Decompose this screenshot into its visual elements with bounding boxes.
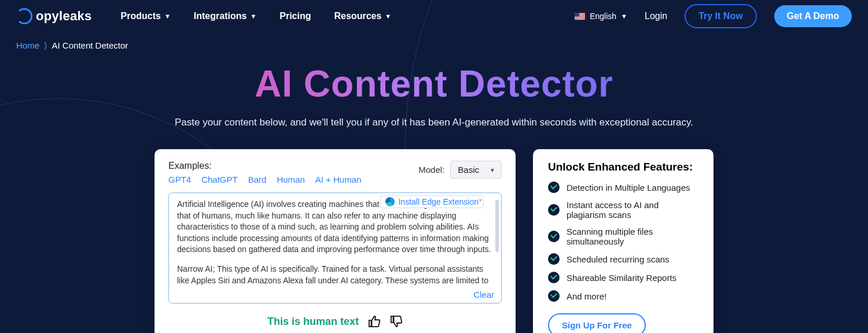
model-row: Model: Basic ▼ bbox=[418, 161, 502, 179]
clear-button[interactable]: Clear bbox=[473, 290, 494, 299]
page-subtitle: Paste your content below, and we'll tell… bbox=[0, 117, 868, 128]
check-icon bbox=[548, 253, 560, 265]
logo[interactable]: opyleaks bbox=[16, 8, 92, 24]
sign-up-button[interactable]: Sign Up For Free bbox=[548, 313, 646, 333]
main-cards: Examples: GPT4 ChatGPT Bard Human AI + H… bbox=[0, 149, 868, 333]
login-link[interactable]: Login bbox=[645, 11, 667, 21]
features-list: Detection in Multiple Languages Instant … bbox=[548, 182, 698, 302]
feature-item: Scheduled recurring scans bbox=[548, 253, 698, 265]
edge-extension-prompt[interactable]: Install Edge Extension bbox=[380, 195, 484, 208]
close-icon[interactable] bbox=[479, 197, 482, 204]
chevron-down-icon: ▼ bbox=[164, 13, 171, 20]
nav-menu: Products ▼ Integrations ▼ Pricing Resour… bbox=[121, 11, 392, 21]
thumbs-up-icon[interactable] bbox=[368, 315, 381, 328]
textarea-content: Artificial Intelligence (AI) involves cr… bbox=[177, 199, 493, 286]
nav-products[interactable]: Products ▼ bbox=[121, 11, 171, 21]
page-title: AI Content Detector bbox=[255, 62, 613, 105]
nav-pricing[interactable]: Pricing bbox=[279, 11, 311, 21]
breadcrumb-current: AI Content Detector bbox=[52, 40, 128, 50]
check-icon bbox=[548, 204, 560, 216]
result-row: This is human text bbox=[168, 315, 502, 328]
example-ai-human[interactable]: AI + Human bbox=[315, 175, 362, 184]
nav-resources[interactable]: Resources ▼ bbox=[334, 11, 392, 21]
chevron-down-icon: ▼ bbox=[490, 166, 495, 173]
us-flag-icon bbox=[575, 13, 585, 20]
breadcrumb-home[interactable]: Home bbox=[16, 40, 39, 50]
feature-item: Detection in Multiple Languages bbox=[548, 182, 698, 193]
language-selector[interactable]: English ▼ bbox=[575, 12, 627, 21]
nav-integrations[interactable]: Integrations ▼ bbox=[194, 11, 256, 21]
top-nav: opyleaks Products ▼ Integrations ▼ Prici… bbox=[0, 0, 868, 32]
breadcrumb-separator: ⟩ bbox=[44, 40, 47, 50]
feature-item: Instant access to AI and plagiarism scan… bbox=[548, 200, 698, 220]
logo-icon bbox=[16, 8, 32, 24]
check-icon bbox=[548, 272, 560, 283]
detector-card: Examples: GPT4 ChatGPT Bard Human AI + H… bbox=[155, 149, 516, 333]
example-human[interactable]: Human bbox=[277, 175, 304, 184]
chevron-down-icon: ▼ bbox=[250, 13, 256, 20]
example-gpt4[interactable]: GPT4 bbox=[168, 175, 191, 184]
feature-item: And more! bbox=[548, 290, 698, 302]
model-select[interactable]: Basic ▼ bbox=[450, 161, 502, 179]
features-title: Unlock Enhanced Features: bbox=[548, 161, 698, 173]
hero: AI Content Detector Paste your content b… bbox=[0, 62, 868, 128]
check-icon bbox=[548, 182, 560, 193]
features-card: Unlock Enhanced Features: Detection in M… bbox=[533, 149, 713, 333]
model-label: Model: bbox=[418, 165, 444, 175]
example-chatgpt[interactable]: ChatGPT bbox=[201, 175, 238, 184]
feature-item: Shareable Similarity Reports bbox=[548, 272, 698, 283]
examples-row: GPT4 ChatGPT Bard Human AI + Human bbox=[168, 175, 361, 184]
thumbs-down-icon[interactable] bbox=[390, 315, 403, 328]
chevron-down-icon: ▼ bbox=[385, 13, 391, 20]
header-right: English ▼ Login Try It Now Get A Demo bbox=[575, 4, 852, 28]
edge-browser-icon bbox=[385, 197, 395, 206]
result-text: This is human text bbox=[267, 316, 359, 328]
example-bard[interactable]: Bard bbox=[248, 175, 267, 184]
scrollbar[interactable] bbox=[495, 200, 499, 252]
try-it-now-button[interactable]: Try It Now bbox=[685, 4, 756, 28]
breadcrumb: Home ⟩ AI Content Detector bbox=[0, 32, 868, 51]
get-a-demo-button[interactable]: Get A Demo bbox=[774, 5, 852, 27]
feature-item: Scanning multiple files simultaneously bbox=[548, 227, 698, 246]
chevron-down-icon: ▼ bbox=[621, 13, 627, 20]
check-icon bbox=[548, 231, 560, 242]
examples-label: Examples: bbox=[168, 161, 361, 171]
content-textarea[interactable]: Artificial Intelligence (AI) involves cr… bbox=[168, 193, 502, 304]
check-icon bbox=[548, 290, 560, 302]
logo-text: opyleaks bbox=[36, 9, 92, 24]
